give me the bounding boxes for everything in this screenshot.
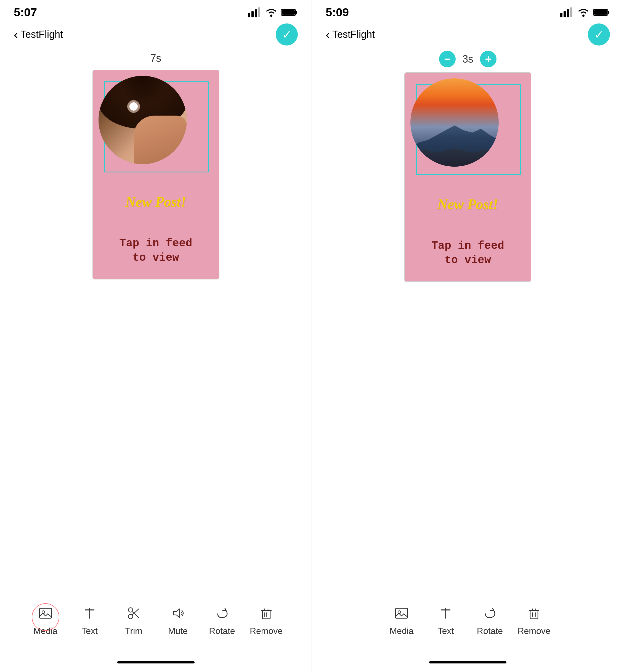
- nav-bar-right: ‹ TestFlight ✓: [312, 22, 624, 47]
- back-arrow-left: ‹: [14, 28, 18, 41]
- home-indicator-right: [312, 653, 624, 672]
- home-bar-right: [429, 661, 506, 664]
- tap-text-right: Tap in feedto view: [423, 239, 513, 268]
- signal-icon-left: [248, 7, 261, 17]
- duration-label-left: 7s: [0, 47, 312, 67]
- svg-rect-7: [282, 10, 295, 15]
- svg-rect-6: [295, 11, 297, 14]
- svg-rect-3: [258, 7, 260, 17]
- back-label-right: TestFlight: [332, 29, 375, 40]
- status-bar-left: 5:07: [0, 0, 312, 22]
- remove-icon-right: [527, 606, 541, 623]
- duration-controls-right: − 3s +: [312, 47, 624, 70]
- svg-point-32: [398, 611, 401, 614]
- new-post-text-left: New Post!: [125, 194, 186, 210]
- duration-value-right: 3s: [462, 53, 473, 65]
- status-icons-right: [560, 7, 610, 17]
- back-arrow-right: ‹: [326, 28, 330, 41]
- remove-icon-left: [259, 606, 274, 623]
- left-panel: 5:07 ‹: [0, 0, 312, 672]
- right-panel: 5:09 ‹ TestFlight: [312, 0, 624, 672]
- remove-label-right: Remove: [518, 626, 550, 636]
- status-time-left: 5:07: [14, 6, 37, 19]
- svg-line-14: [132, 609, 139, 615]
- wifi-icon-right: [577, 7, 590, 17]
- rotate-label-right: Rotate: [477, 626, 503, 636]
- toolbar-mute-left[interactable]: Mute: [156, 600, 200, 642]
- mountain-bg: [410, 78, 499, 167]
- wifi-icon-left: [265, 7, 278, 17]
- signal-icon-right: [560, 7, 573, 17]
- toolbar-text-right[interactable]: Text: [424, 600, 468, 642]
- toolbar-trim-left[interactable]: Trim: [112, 600, 156, 642]
- svg-rect-0: [248, 13, 250, 17]
- svg-rect-29: [608, 11, 609, 14]
- slide-canvas-right: New Post! Tap in feedto view: [404, 72, 531, 282]
- trim-icon-left: [127, 606, 141, 623]
- new-post-text-right: New Post!: [437, 196, 498, 212]
- toolbar-rotate-right[interactable]: Rotate: [468, 600, 512, 642]
- media-label-right: Media: [389, 626, 413, 636]
- svg-rect-26: [570, 7, 572, 17]
- trim-label-left: Trim: [125, 626, 142, 636]
- home-bar-left: [117, 661, 194, 664]
- text-icon-left: [82, 606, 97, 623]
- media-icon-right: [394, 606, 409, 623]
- status-icons-left: [248, 7, 298, 17]
- svg-rect-23: [560, 13, 563, 17]
- slide-canvas-left: New Post! Tap in feedto view: [93, 70, 219, 279]
- svg-rect-2: [255, 9, 257, 17]
- toolbar-right: Media Text Rotate Remove: [312, 592, 624, 653]
- rotate-icon-left: [215, 606, 229, 623]
- check-button-left[interactable]: ✓: [276, 23, 298, 46]
- tap-text-left: Tap in feedto view: [111, 236, 200, 265]
- nav-bar-left: ‹ TestFlight ✓: [0, 22, 312, 47]
- text-icon-right: [439, 606, 453, 623]
- battery-icon-right: [593, 8, 610, 17]
- toolbar-text-left[interactable]: Text: [68, 600, 112, 642]
- portrait-flower: [129, 102, 138, 111]
- home-indicator-left: [0, 653, 312, 672]
- toolbar-media-left[interactable]: Media: [23, 600, 68, 642]
- toolbar-media-right[interactable]: Media: [380, 600, 424, 642]
- svg-rect-31: [395, 608, 408, 618]
- status-bar-right: 5:09: [312, 0, 624, 22]
- svg-line-15: [132, 612, 139, 618]
- duration-minus-button[interactable]: −: [439, 51, 456, 67]
- back-button-left[interactable]: ‹ TestFlight: [14, 28, 63, 41]
- circle-image-right: [410, 78, 499, 167]
- remove-label-left: Remove: [250, 626, 283, 636]
- toolbar-left: Media Text Trim Mute Rot: [0, 592, 312, 653]
- rotate-label-left: Rotate: [209, 626, 235, 636]
- mute-icon-left: [171, 606, 185, 623]
- svg-point-4: [270, 15, 272, 17]
- circle-image-left: [99, 76, 187, 164]
- portrait-skin: [134, 115, 187, 164]
- rotate-icon-right: [483, 606, 497, 623]
- toolbar-rotate-left[interactable]: Rotate: [200, 600, 244, 642]
- media-circle-outline: [32, 603, 59, 631]
- toolbar-remove-left[interactable]: Remove: [244, 600, 288, 642]
- battery-icon-left: [281, 8, 298, 17]
- svg-rect-30: [594, 10, 607, 15]
- text-label-left: Text: [81, 626, 98, 636]
- canvas-area-right: New Post! Tap in feedto view: [312, 70, 624, 592]
- svg-point-27: [582, 15, 584, 17]
- svg-rect-24: [564, 11, 566, 17]
- svg-rect-25: [567, 9, 569, 17]
- portrait-bg: [99, 76, 187, 164]
- mute-label-left: Mute: [168, 626, 188, 636]
- back-label-left: TestFlight: [20, 29, 63, 40]
- canvas-area-left: New Post! Tap in feedto view: [0, 67, 312, 592]
- check-button-right[interactable]: ✓: [588, 23, 610, 46]
- duration-plus-button[interactable]: +: [480, 51, 496, 67]
- toolbar-remove-right[interactable]: Remove: [512, 600, 556, 642]
- back-button-right[interactable]: ‹ TestFlight: [326, 28, 375, 41]
- text-label-right: Text: [438, 626, 454, 636]
- svg-rect-1: [252, 11, 254, 17]
- status-time-right: 5:09: [326, 6, 349, 19]
